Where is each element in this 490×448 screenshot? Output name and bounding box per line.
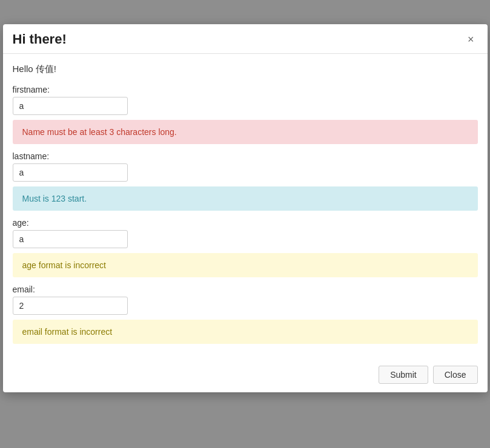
close-button[interactable]: Close: [433, 366, 478, 384]
email-input[interactable]: [13, 297, 128, 315]
age-label: age:: [13, 218, 478, 228]
lastname-error: Must is 123 start.: [13, 186, 478, 211]
firstname-input[interactable]: [13, 97, 128, 115]
modal-footer: Submit Close: [3, 357, 488, 392]
submit-button[interactable]: Submit: [379, 366, 428, 384]
modal-dialog: Hi there! × Hello 传值! firstname: Name mu…: [3, 24, 488, 392]
lastname-input[interactable]: [13, 163, 128, 182]
modal-backdrop: Hi there! × Hello 传值! firstname: Name mu…: [0, 0, 490, 448]
modal-body: Hello 传值! firstname: Name must be at lea…: [3, 54, 488, 357]
lastname-field-group: lastname: Must is 123 start.: [13, 151, 478, 211]
email-field-group: email: email format is incorrect: [13, 285, 478, 344]
email-label: email:: [13, 285, 478, 294]
firstname-field-group: firstname: Name must be at least 3 chara…: [13, 85, 478, 144]
greeting-text: Hello 传值!: [13, 64, 478, 75]
age-input[interactable]: [13, 230, 128, 248]
firstname-error: Name must be at least 3 characters long.: [13, 120, 478, 144]
modal-header: Hi there! ×: [3, 24, 488, 54]
lastname-label: lastname:: [13, 151, 478, 161]
age-field-group: age: age format is incorrect: [13, 218, 478, 277]
close-icon[interactable]: ×: [464, 33, 478, 46]
email-error: email format is incorrect: [13, 320, 478, 344]
firstname-label: firstname:: [13, 85, 478, 94]
age-error: age format is incorrect: [13, 253, 478, 277]
modal-title: Hi there!: [13, 31, 67, 47]
